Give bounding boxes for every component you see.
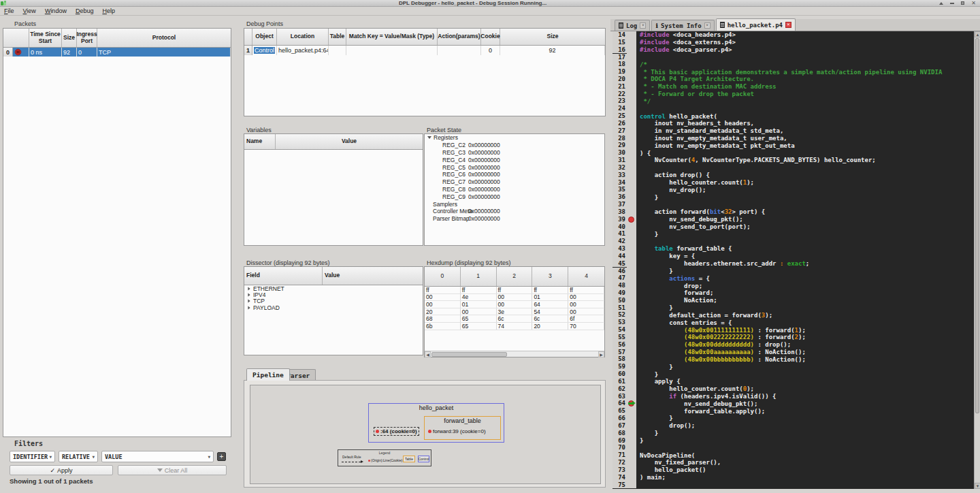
tree-item[interactable]: Controller Meta0x00000000	[425, 208, 604, 215]
packets-col-header[interactable]: Ingress Port	[77, 29, 97, 47]
tree-item[interactable]: Samplers	[425, 200, 604, 208]
debug-points-col-header[interactable]: Cookie	[481, 29, 500, 45]
breakpoint-gutter[interactable]	[627, 97, 636, 105]
menu-file[interactable]: File	[4, 7, 14, 14]
shade-window-icon[interactable]	[938, 1, 944, 6]
dissector-row[interactable]: PAYLOAD	[244, 304, 423, 311]
close-window-icon[interactable]: ✕	[970, 1, 977, 6]
hexdump-col-header[interactable]: 4	[568, 267, 604, 286]
breakpoint-gutter[interactable]	[627, 451, 636, 459]
expand-icon[interactable]	[248, 306, 250, 309]
breakpoint-gutter[interactable]	[627, 311, 636, 319]
breakpoint-gutter[interactable]	[627, 355, 636, 363]
apply-filter-button[interactable]: ✓ Apply	[10, 465, 113, 475]
scroll-up-icon[interactable]: ▲	[975, 31, 980, 37]
tree-item[interactable]: REG_C90x00000000	[425, 193, 604, 200]
minimize-icon[interactable]	[949, 1, 955, 6]
tree-item[interactable]: REG_C70x00000000	[425, 178, 604, 186]
breakpoint-gutter[interactable]	[627, 370, 636, 378]
breakpoint-gutter[interactable]	[627, 319, 636, 326]
expand-icon[interactable]	[248, 300, 250, 303]
breakpoint-gutter[interactable]	[627, 444, 636, 451]
tab-hello-packet-p4[interactable]: hello_packet.p4 ✕	[716, 18, 796, 31]
breakpoint-gutter[interactable]	[627, 466, 636, 474]
clear-all-filters-button[interactable]: Clear All	[118, 465, 227, 475]
breakpoint-gutter[interactable]	[627, 112, 636, 120]
breakpoint-gutter[interactable]	[627, 120, 636, 127]
hexdump-col-header[interactable]: 1	[461, 267, 497, 286]
scroll-right-icon[interactable]: ▶	[598, 351, 604, 357]
hexdump-col-header[interactable]: 0	[425, 267, 461, 286]
breakpoint-gutter[interactable]	[627, 481, 636, 489]
dissector-col-header[interactable]: Value	[323, 267, 423, 285]
filter-relative-dropdown[interactable]: RELATIVE ▼	[59, 451, 98, 462]
breakpoint-gutter[interactable]	[627, 282, 636, 289]
breakpoint-gutter[interactable]	[627, 253, 636, 260]
breakpoint-gutter[interactable]	[627, 334, 636, 341]
debug-points-col-header[interactable]: Match Key = Value/Mask (Type)	[346, 29, 438, 45]
scrollbar-thumb[interactable]	[975, 38, 979, 413]
scroll-left-icon[interactable]: ◀	[425, 351, 431, 357]
debug-points-col-header[interactable]: Object	[252, 29, 277, 45]
debug-points-col-header[interactable]: Location	[277, 29, 329, 45]
breakpoint-gutter[interactable]	[627, 326, 636, 334]
expand-icon[interactable]	[248, 293, 250, 297]
breakpoint-gutter[interactable]	[627, 179, 636, 187]
breakpoint-gutter[interactable]	[627, 304, 636, 312]
breakpoint-gutter[interactable]	[627, 385, 636, 393]
menu-window[interactable]: Window	[45, 7, 67, 14]
expand-icon[interactable]	[248, 287, 250, 290]
breakpoint-gutter[interactable]	[627, 53, 636, 61]
packets-col-header[interactable]: Size	[62, 29, 77, 47]
breakpoint-gutter[interactable]	[627, 459, 636, 466]
breakpoint-gutter[interactable]	[627, 31, 636, 39]
tab-system-info[interactable]: i System Info ✕	[651, 20, 714, 31]
filter-identifier-dropdown[interactable]: IDENTIFIER ▼	[10, 451, 55, 462]
close-tab-icon[interactable]: ✕	[640, 22, 646, 29]
breakpoint-gutter[interactable]	[627, 193, 636, 201]
tree-item[interactable]: REG_C40x00000000	[425, 156, 604, 163]
pipeline-default-rule[interactable]: :64 (cookie=0)	[374, 427, 419, 436]
close-tab-icon[interactable]: ✕	[785, 22, 791, 28]
breakpoint-gutter[interactable]	[627, 268, 636, 275]
dissector-row[interactable]: TCP	[244, 298, 423, 304]
pipeline-table-rule[interactable]: forward:39 (cookie=0)	[428, 428, 486, 434]
breakpoint-gutter[interactable]	[627, 164, 636, 172]
breakpoint-gutter[interactable]	[627, 363, 636, 370]
breakpoint-gutter[interactable]	[627, 274, 636, 282]
breakpoint-icon[interactable]	[628, 217, 634, 223]
packet-row[interactable]: 00 ns920TCP	[3, 48, 231, 57]
maximize-icon[interactable]	[960, 1, 966, 6]
variables-col-header[interactable]: Value	[276, 134, 423, 149]
tab-pipeline[interactable]: Pipeline	[246, 368, 290, 381]
breakpoint-gutter[interactable]	[627, 135, 636, 142]
breakpoint-gutter[interactable]	[627, 437, 636, 445]
debug-point-row[interactable]: 1Controlhello_packet.p4:64092	[244, 46, 605, 55]
dissector-row[interactable]: IPV4	[244, 291, 423, 298]
breakpoint-gutter[interactable]	[627, 142, 636, 149]
breakpoint-gutter[interactable]	[627, 172, 636, 179]
variables-col-header[interactable]: Name	[244, 134, 276, 149]
menu-debug[interactable]: Debug	[76, 7, 94, 14]
tree-item[interactable]: REG_C80x00000000	[425, 186, 604, 193]
breakpoint-gutter[interactable]	[627, 238, 636, 245]
breakpoint-gutter[interactable]	[627, 157, 636, 164]
hexdump-col-header[interactable]: 3	[532, 267, 568, 286]
breakpoint-gutter[interactable]	[627, 289, 636, 297]
breakpoint-gutter[interactable]	[627, 127, 636, 135]
packets-col-header[interactable]: Protocol	[97, 29, 231, 47]
debug-points-col-header[interactable]: Table	[329, 29, 346, 45]
tree-item[interactable]: Parser Bitmap0x00000000	[425, 215, 604, 223]
tree-item[interactable]: Registers	[425, 134, 604, 142]
breakpoint-gutter[interactable]	[627, 474, 636, 481]
breakpoint-gutter[interactable]	[627, 68, 636, 76]
breakpoint-gutter[interactable]	[627, 39, 636, 46]
menu-view[interactable]: View	[23, 7, 36, 14]
tree-item[interactable]: REG_C50x00000000	[425, 163, 604, 171]
hexdump-col-header[interactable]: 2	[497, 267, 533, 286]
breakpoint-gutter[interactable]	[627, 105, 636, 112]
breakpoint-gutter[interactable]	[627, 378, 636, 385]
breakpoint-gutter[interactable]	[627, 46, 636, 54]
breakpoint-gutter[interactable]	[627, 341, 636, 349]
debug-points-col-header[interactable]: Size	[500, 29, 605, 45]
